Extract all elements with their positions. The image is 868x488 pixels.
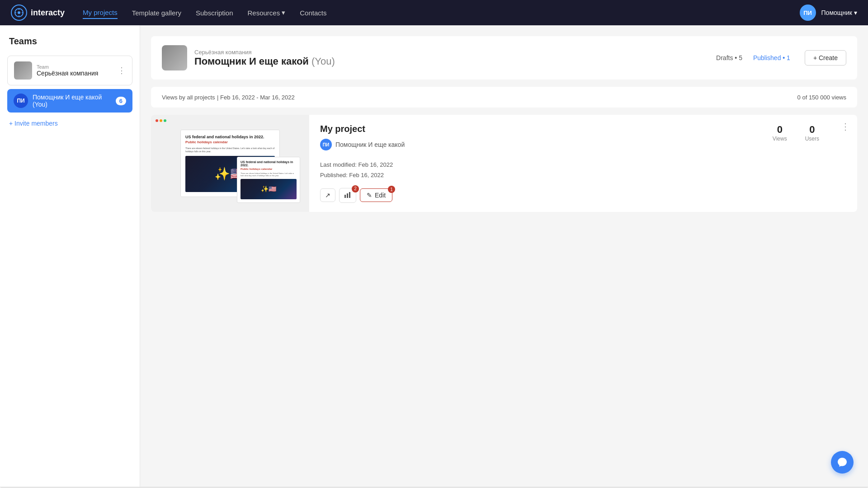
brand-logo[interactable]: interacty bbox=[11, 5, 65, 21]
sidebar: Teams Team Серьёзная компания ⋮ ПИ Помощ… bbox=[0, 25, 140, 488]
edit-badge: 1 bbox=[388, 186, 395, 193]
navbar: interacty My projects Template gallery S… bbox=[0, 0, 868, 25]
views-date-range: Feb 16, 2022 - Mar 16, 2022 bbox=[220, 94, 295, 101]
dot-green bbox=[164, 119, 166, 122]
project-dates: Last modified: Feb 16, 2022 Published: F… bbox=[320, 160, 846, 181]
team-card: Team Серьёзная компания ⋮ bbox=[7, 56, 132, 85]
nav-contacts[interactable]: Contacts bbox=[300, 7, 326, 19]
users-value: 0 bbox=[805, 124, 819, 136]
thumbnail-overlay-title: US federal and national holidays in 2022… bbox=[241, 160, 297, 167]
dot-yellow bbox=[160, 119, 162, 122]
project-info: My project ПИ Помощник И еще какой 0 Vie… bbox=[309, 115, 857, 212]
open-icon: ↗ bbox=[325, 192, 330, 199]
team-label: Team bbox=[37, 64, 113, 70]
project-card: US federal and national holidays in 2022… bbox=[151, 115, 857, 212]
brand-name: interacty bbox=[31, 8, 65, 18]
svg-rect-8 bbox=[349, 192, 350, 198]
published-link[interactable]: Published • 1 bbox=[753, 54, 790, 61]
project-name: My project bbox=[320, 124, 405, 134]
drafts-stat: Drafts • 5 bbox=[716, 54, 742, 61]
stats-btn-wrapper: 2 bbox=[339, 188, 356, 203]
content-area: Серьёзная компания Помощник И еще какой … bbox=[140, 25, 868, 488]
profile-name: Помощник И еще какой (You) bbox=[194, 56, 709, 67]
thumbnail-main-title: US federal and national holidays in 2022… bbox=[185, 135, 275, 139]
profile-info: Серьёзная компания Помощник И еще какой … bbox=[194, 49, 709, 67]
thumbnail-overlay-subtitle: Public holidays calendar bbox=[241, 168, 297, 170]
logo-icon bbox=[11, 5, 27, 21]
team-name: Серьёзная компания bbox=[37, 70, 113, 77]
project-thumbnail: US federal and national holidays in 2022… bbox=[151, 115, 309, 212]
project-owner: ПИ Помощник И еще какой bbox=[320, 139, 405, 150]
user-item-avatar: ПИ bbox=[14, 94, 28, 108]
views-label-section: Views by all projects | Feb 16, 2022 - M… bbox=[162, 93, 295, 101]
main-layout: Teams Team Серьёзная компания ⋮ ПИ Помощ… bbox=[0, 25, 868, 488]
last-modified: Last modified: Feb 16, 2022 bbox=[320, 160, 846, 170]
chevron-down-icon: ▾ bbox=[282, 9, 285, 17]
nav-resources[interactable]: Resources ▾ bbox=[248, 7, 286, 19]
project-stats: 0 Views 0 Users bbox=[773, 124, 819, 142]
project-owner-name: Помощник И еще какой bbox=[335, 141, 405, 148]
open-button[interactable]: ↗ bbox=[320, 188, 335, 202]
stats-icon bbox=[344, 192, 351, 200]
published-stat[interactable]: Published • 1 bbox=[753, 54, 790, 61]
views-stat-label: Views bbox=[773, 136, 787, 142]
thumbnail-overlay: US federal and national holidays in 2022… bbox=[237, 157, 300, 203]
views-count: 0 of 150 000 views bbox=[797, 94, 846, 101]
team-card-info: Team Серьёзная компания bbox=[37, 64, 113, 77]
thumbnail-overlay-image: ✨🇺🇸 bbox=[241, 179, 297, 199]
svg-rect-6 bbox=[344, 195, 346, 198]
views-stat: 0 Views bbox=[773, 124, 787, 142]
nav-my-projects[interactable]: My projects bbox=[83, 7, 118, 19]
dot-red bbox=[156, 119, 158, 122]
views-value: 0 bbox=[773, 124, 787, 136]
thumbnail-main-subtitle: Public holidays calendar bbox=[185, 140, 275, 144]
team-avatar bbox=[14, 61, 32, 80]
users-stat-label: Users bbox=[805, 136, 819, 142]
stats-badge: 2 bbox=[352, 185, 359, 192]
user-item[interactable]: ПИ Помощник И еще какой (You) 6 bbox=[7, 89, 132, 113]
create-button[interactable]: + Create bbox=[805, 50, 846, 66]
nav-subscription[interactable]: Subscription bbox=[196, 7, 233, 19]
edit-button[interactable]: ✎ Edit bbox=[360, 188, 392, 202]
thumbnail-main-text: There are eleven federal holidays in the… bbox=[185, 147, 275, 153]
svg-point-1 bbox=[18, 11, 20, 14]
project-more-icon[interactable]: ⋮ bbox=[841, 122, 850, 131]
profile-header: Серьёзная компания Помощник И еще какой … bbox=[151, 36, 857, 80]
open-btn-wrapper: ↗ bbox=[320, 188, 335, 202]
svg-rect-7 bbox=[347, 193, 348, 198]
sidebar-title: Teams bbox=[7, 36, 132, 47]
team-more-icon[interactable]: ⋮ bbox=[118, 66, 126, 75]
profile-company: Серьёзная компания bbox=[194, 49, 709, 56]
nav-template-gallery[interactable]: Template gallery bbox=[132, 7, 181, 19]
messenger-fab[interactable] bbox=[831, 451, 854, 474]
users-stat: 0 Users bbox=[805, 124, 819, 142]
published-date: Published: Feb 16, 2022 bbox=[320, 170, 846, 180]
thumbnail-overlay-text: There are eleven federal holidays in the… bbox=[241, 172, 297, 177]
navbar-right: ПИ Помощник ▾ bbox=[800, 5, 857, 21]
profile-avatar bbox=[162, 45, 187, 70]
user-avatar-nav[interactable]: ПИ bbox=[800, 5, 816, 21]
user-item-count: 6 bbox=[116, 97, 126, 105]
edit-icon: ✎ bbox=[367, 192, 372, 199]
project-actions: ↗ bbox=[320, 188, 846, 203]
user-name-nav[interactable]: Помощник ▾ bbox=[821, 9, 857, 16]
invite-members-button[interactable]: + Invite members bbox=[7, 116, 132, 131]
user-chevron-icon: ▾ bbox=[854, 9, 857, 16]
user-item-name: Помощник И еще какой (You) bbox=[33, 94, 111, 108]
thumbnail-dots bbox=[156, 119, 166, 122]
project-card-wrapper: US federal and national holidays in 2022… bbox=[151, 115, 857, 212]
project-owner-avatar: ПИ bbox=[320, 139, 332, 150]
project-meta: Last modified: Feb 16, 2022 Published: F… bbox=[320, 160, 846, 203]
edit-btn-wrapper: ✎ Edit 1 bbox=[360, 188, 392, 202]
views-bar: Views by all projects | Feb 16, 2022 - M… bbox=[151, 87, 857, 108]
views-label: Views by all projects bbox=[162, 94, 215, 101]
profile-stats: Drafts • 5 Published • 1 bbox=[716, 54, 790, 61]
